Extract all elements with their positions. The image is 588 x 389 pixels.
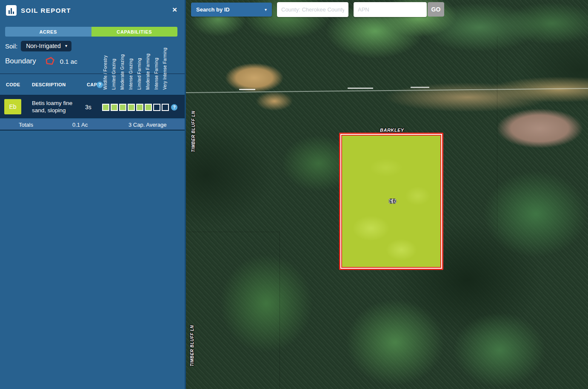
cap-help-icon[interactable]: ? — [97, 82, 103, 88]
totals-label: Totals — [19, 122, 33, 128]
panel-header: SOIL REPORT × — [0, 0, 185, 20]
satellite-map[interactable]: BARKLEY TIMBER BLUFF LN TIMBER BLUFF LN … — [186, 0, 588, 389]
capability-filled-square — [136, 104, 143, 111]
road-label-timber-bluff-lower: TIMBER BLUFF LN — [190, 325, 194, 367]
soil-report-panel: SOIL REPORT × ACRES CAPABILITIES Soil: N… — [0, 0, 186, 389]
road-label-timber-bluff-upper: TIMBER BLUFF LN — [191, 111, 196, 153]
capability-column-label: Limited Grazing — [111, 59, 116, 90]
table-row[interactable]: Eb Betis loamy fine sand, sloping 3s ? — [0, 95, 185, 118]
capability-column-label: Limited Farming — [137, 58, 142, 90]
soil-type-dropdown[interactable]: Non-Irrigated ▾ — [21, 41, 71, 51]
panel-title: SOIL REPORT — [21, 7, 71, 14]
close-icon[interactable]: × — [172, 6, 177, 14]
powerline-feature — [348, 88, 373, 89]
capability-filled-square — [119, 104, 126, 111]
imagery-seam — [280, 232, 280, 389]
apn-search-input[interactable] — [354, 2, 427, 17]
road-label-barkley: BARKLEY — [380, 128, 404, 133]
code-column-header: CODE — [6, 82, 20, 87]
capability-column-label: Moderate Grazing — [120, 54, 125, 90]
soil-report-app: SOIL REPORT × ACRES CAPABILITIES Soil: N… — [0, 0, 588, 389]
search-mode-value: Search by ID — [196, 6, 230, 13]
capability-squares — [102, 104, 169, 111]
powerline-feature — [411, 87, 429, 88]
search-mode-dropdown[interactable]: Search by ID ▾ — [191, 3, 272, 17]
capability-filled-square — [128, 104, 135, 111]
soil-description: Betis loamy fine sand, sloping — [32, 99, 85, 114]
boundary-label: Boundary — [5, 57, 36, 65]
imagery-seam — [497, 36, 497, 232]
soil-parcel-boundary[interactable]: EB — [339, 133, 443, 270]
capability-empty-square — [153, 104, 160, 111]
boundary-polygon-icon — [45, 56, 56, 66]
cap-column-header: CAP — [87, 82, 97, 87]
chevron-down-icon: ▾ — [265, 7, 267, 12]
soil-label: Soil: — [5, 43, 17, 50]
row-help-icon[interactable]: ? — [171, 104, 177, 111]
county-search-input[interactable] — [277, 2, 348, 17]
parcel-soil-code-label: EB — [389, 199, 396, 204]
totals-row: Totals 0.1 Ac 3 Cap. Average — [0, 119, 185, 131]
capability-column-label: Intense Grazing — [128, 58, 133, 90]
tab-acres[interactable]: ACRES — [5, 27, 91, 37]
capability-filled-square — [102, 104, 109, 111]
bar-chart-icon — [6, 5, 17, 16]
capability-filled-square — [145, 104, 152, 111]
powerline-feature — [239, 89, 255, 90]
panel-tabs: ACRES CAPABILITIES — [5, 27, 177, 37]
capability-filled-square — [111, 104, 118, 111]
chevron-down-icon: ▾ — [65, 44, 67, 48]
go-button[interactable]: GO — [428, 2, 444, 17]
tab-capabilities[interactable]: CAPABILITIES — [91, 27, 178, 37]
totals-cap-average: 3 Cap. Average — [128, 122, 166, 128]
capability-column-label: Very Intense Farming — [163, 48, 167, 90]
soil-code-badge: Eb — [4, 99, 21, 114]
capability-column-label: Intense Farming — [154, 58, 159, 90]
imagery-seam — [186, 232, 280, 232]
boundary-row: Boundary 0.1 ac — [5, 56, 77, 66]
totals-acres: 0.1 Ac — [72, 122, 88, 128]
soil-row: Soil: Non-Irrigated ▾ — [5, 41, 71, 51]
boundary-area-value: 0.1 ac — [60, 58, 77, 65]
capability-column-label: Wildlife / Forestry — [103, 55, 108, 90]
soil-cap-value: 3s — [85, 104, 91, 111]
soil-type-value: Non-Irrigated — [26, 43, 61, 49]
capability-column-label: Moderate Farming — [146, 54, 150, 90]
description-column-header: DESCRIPTION — [32, 82, 66, 87]
capability-empty-square — [162, 104, 169, 111]
